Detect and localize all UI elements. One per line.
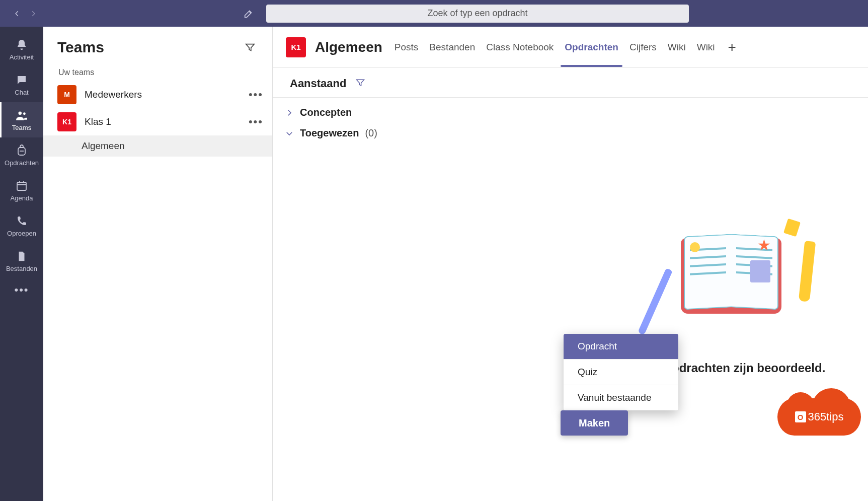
team-avatar: M — [57, 85, 76, 104]
tab-bestanden[interactable]: Bestanden — [428, 42, 476, 53]
phone-icon — [15, 214, 28, 228]
filter-icon[interactable] — [243, 40, 257, 54]
rail-files-label: Bestanden — [6, 265, 37, 272]
channel-avatar: K1 — [286, 37, 306, 57]
team-avatar: K1 — [57, 112, 76, 131]
category-label: Toegewezen — [300, 127, 359, 139]
watermark-text: 365tips — [808, 410, 844, 423]
tab-opdrachten[interactable]: Opdrachten — [564, 42, 619, 53]
team-more-button[interactable]: ••• — [249, 88, 263, 101]
channel-name-label: Algemeen — [82, 140, 125, 151]
watermark-logo: O 365tips — [777, 398, 861, 436]
assignments-filter-icon[interactable] — [355, 78, 365, 90]
svg-rect-3 — [17, 182, 26, 190]
open-book-illustration: ★ — [652, 218, 813, 329]
rail-chat[interactable]: Chat — [0, 67, 43, 102]
backpack-icon — [15, 144, 28, 157]
create-button-label: Maken — [579, 417, 610, 429]
tab-wiki-1[interactable]: Wiki — [667, 42, 687, 53]
team-row-medewerkers[interactable]: M Medewerkers ••• — [43, 81, 272, 108]
svg-point-1 — [23, 112, 26, 115]
nav-back-button[interactable] — [10, 7, 24, 21]
team-row-klas1[interactable]: K1 Klas 1 ••• — [43, 108, 272, 135]
search-placeholder: Zoek of typ een opdracht — [427, 8, 527, 19]
compose-icon[interactable] — [243, 8, 254, 19]
category-count: (0) — [365, 127, 377, 139]
rail-calendar-label: Agenda — [11, 194, 33, 202]
rail-teams[interactable]: Teams — [0, 102, 43, 137]
teams-header-title: Teams — [57, 39, 104, 56]
tab-posts[interactable]: Posts — [393, 42, 420, 53]
assignments-toolbar-label: Aanstaand — [290, 77, 346, 90]
create-button[interactable]: Maken — [561, 410, 628, 436]
rail-teams-label: Teams — [12, 124, 31, 131]
bell-icon — [15, 38, 28, 51]
nav-forward-button[interactable] — [26, 7, 40, 21]
channel-row-algemeen[interactable]: Algemeen — [43, 135, 272, 157]
create-option-vanuit-bestaande[interactable]: Vanuit bestaande — [564, 385, 678, 410]
category-concepten[interactable]: Concepten — [273, 98, 868, 118]
team-more-button[interactable]: ••• — [249, 115, 263, 128]
assignments-toolbar: Aanstaand — [273, 68, 868, 98]
category-toegewezen[interactable]: Toegewezen (0) — [273, 118, 868, 139]
team-name-label: Klas 1 — [85, 116, 241, 127]
create-option-opdracht[interactable]: Opdracht — [564, 334, 678, 359]
chevron-right-icon — [285, 108, 294, 117]
title-bar: Zoek of typ een opdracht — [0, 0, 868, 27]
rail-calls-label: Oproepen — [7, 230, 36, 237]
file-icon — [15, 250, 28, 263]
calendar-icon — [15, 179, 28, 192]
chevron-down-icon — [285, 129, 294, 138]
main-pane: K1 Algemeen Posts Bestanden Class Notebo… — [273, 27, 868, 501]
rail-files[interactable]: Bestanden — [0, 243, 43, 278]
create-menu: Opdracht Quiz Vanuit bestaande — [564, 334, 678, 410]
svg-point-0 — [19, 111, 22, 115]
add-tab-button[interactable]: + — [728, 39, 736, 55]
channel-header: K1 Algemeen Posts Bestanden Class Notebo… — [273, 27, 868, 68]
category-label: Concepten — [300, 107, 352, 118]
rail-assignments-label: Opdrachten — [5, 159, 39, 167]
rail-more-button[interactable]: ••• — [14, 283, 29, 297]
rail-calendar[interactable]: Agenda — [0, 173, 43, 208]
channel-title: Algemeen — [315, 39, 382, 55]
team-name-label: Medewerkers — [85, 89, 241, 100]
rail-assignments[interactable]: Opdrachten — [0, 137, 43, 173]
your-teams-label: Uw teams — [43, 61, 272, 81]
teams-sidebar: Teams Uw teams M Medewerkers ••• K1 Klas… — [43, 27, 273, 501]
tab-wiki-2[interactable]: Wiki — [696, 42, 716, 53]
chat-icon — [15, 74, 28, 87]
office-icon: O — [795, 411, 806, 422]
rail-activity-label: Activiteit — [10, 53, 34, 61]
rail-activity[interactable]: Activiteit — [0, 32, 43, 67]
tab-class-notebook[interactable]: Class Notebook — [485, 42, 555, 53]
teams-icon — [15, 109, 28, 122]
rail-chat-label: Chat — [15, 89, 28, 96]
search-input[interactable]: Zoek of typ een opdracht — [266, 5, 689, 23]
create-option-quiz[interactable]: Quiz — [564, 359, 678, 385]
rail-calls[interactable]: Oproepen — [0, 208, 43, 243]
tab-cijfers[interactable]: Cijfers — [628, 42, 658, 53]
app-rail: Activiteit Chat Teams Opdrachten Agenda … — [0, 27, 43, 501]
